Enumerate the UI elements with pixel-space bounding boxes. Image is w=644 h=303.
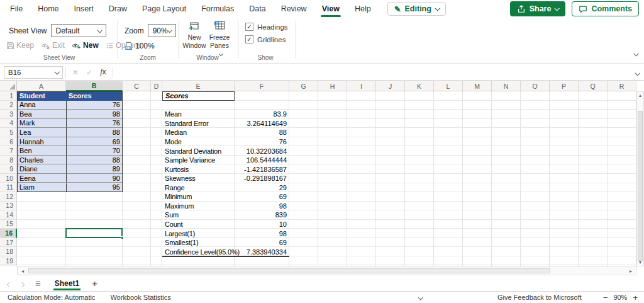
freeze-panes-button[interactable]: Freeze Panes [208, 20, 231, 58]
ribbon-tab-draw[interactable]: Draw [101, 0, 135, 18]
row-header-16[interactable]: 16 [0, 229, 17, 238]
cell-a8-student-name[interactable]: Charles [17, 156, 66, 165]
stats-value-largest-1-[interactable]: 98 [235, 229, 289, 238]
column-header-r[interactable]: R [608, 81, 636, 91]
expand-formula-bar-button[interactable] [635, 67, 639, 78]
ribbon-tab-review[interactable]: Review [274, 0, 314, 18]
scroll-down-arrow[interactable]: ▼ [637, 260, 643, 265]
stats-value-mean[interactable]: 83.9 [235, 110, 289, 119]
row-header-19[interactable]: 19 [0, 256, 17, 266]
cell-b3-score[interactable]: 98 [66, 110, 123, 119]
stats-value-standard-error[interactable]: 3.264114649 [235, 119, 289, 129]
keep-sheet-view-button[interactable]: Keep [6, 41, 34, 50]
stats-value-maximum[interactable]: 98 [235, 202, 289, 211]
stats-label-maximum[interactable]: Maximum [162, 202, 235, 211]
zoom-in-button[interactable]: + [633, 293, 638, 302]
column-header-p[interactable]: P [550, 81, 579, 91]
exit-sheet-view-button[interactable]: Exit [41, 41, 65, 50]
cell-b2-score[interactable]: 76 [66, 101, 123, 110]
row-header-4[interactable]: 4 [0, 119, 17, 129]
row-header-15[interactable]: 15 [0, 220, 17, 229]
stats-value-minimum[interactable]: 69 [235, 192, 289, 202]
select-all-corner[interactable] [0, 81, 17, 91]
row-header-3[interactable]: 3 [0, 110, 17, 119]
give-feedback-link[interactable]: Give Feedback to Microsoft [497, 294, 582, 301]
column-header-g[interactable]: G [289, 81, 318, 91]
stats-label-kurtosis[interactable]: Kurtosis [162, 164, 235, 174]
row-header-13[interactable]: 13 [0, 202, 17, 211]
add-sheet-button[interactable]: + [92, 278, 97, 289]
sheet-tab-sheet1[interactable]: Sheet1 [53, 277, 80, 290]
stats-value-range[interactable]: 29 [235, 183, 289, 193]
cell-b11-score[interactable]: 95 [66, 183, 123, 193]
zoom-dropdown[interactable]: 90% [148, 24, 176, 37]
stats-label-confidence-level-95-0-[interactable]: Confidence Level(95.0%) [162, 247, 235, 256]
horizontal-scrollbar[interactable]: ◄ ► [17, 266, 636, 275]
column-header-i[interactable]: I [347, 81, 376, 91]
cell-a3-student-name[interactable]: Bea [17, 110, 66, 119]
row-header-11[interactable]: 11 [0, 183, 17, 193]
zoom-100-button[interactable]: 100% [125, 42, 155, 50]
stats-value-mode[interactable]: 76 [235, 137, 289, 147]
stats-value-median[interactable]: 88 [235, 128, 289, 137]
stats-value-standard-deviation[interactable]: 10.32203684 [235, 146, 289, 156]
table-header-student[interactable]: Student [17, 91, 66, 101]
column-header-a[interactable]: A [17, 81, 66, 91]
row-header-17[interactable]: 17 [0, 238, 17, 248]
editing-mode-dropdown[interactable]: ✎ Editing [387, 2, 446, 16]
headings-checkbox[interactable]: ✓ [245, 23, 253, 31]
ribbon-tab-data[interactable]: Data [242, 0, 273, 18]
cell-a10-student-name[interactable]: Eena [17, 174, 66, 183]
cell-a5-student-name[interactable]: Lea [17, 128, 66, 137]
column-header-e[interactable]: E [162, 81, 235, 91]
stats-title-cell[interactable]: Scores [162, 91, 235, 101]
stats-label-median[interactable]: Median [162, 128, 235, 137]
next-sheet-button[interactable] [20, 278, 24, 289]
fill-handle[interactable] [121, 236, 124, 239]
headings-checkbox-row[interactable]: ✓ Headings [245, 23, 288, 31]
row-header-6[interactable]: 6 [0, 137, 17, 147]
collapse-ribbon-button[interactable] [634, 49, 638, 58]
vertical-scrollbar[interactable]: ▲ ▼ [636, 91, 644, 266]
cell-a4-student-name[interactable]: Mark [17, 119, 66, 129]
prev-sheet-button[interactable] [8, 278, 11, 289]
formula-input[interactable] [116, 64, 635, 80]
ribbon-tab-insert[interactable]: Insert [67, 0, 101, 18]
stats-label-mean[interactable]: Mean [162, 110, 235, 119]
cancel-button[interactable]: ✕ [69, 68, 82, 77]
row-header-18[interactable]: 18 [0, 247, 17, 256]
ribbon-tab-view[interactable]: View [314, 0, 347, 18]
status-options-chevron[interactable] [418, 294, 422, 301]
stats-label-sum[interactable]: Sum [162, 210, 235, 220]
scroll-right-arrow[interactable]: ► [627, 268, 635, 275]
workbook-statistics-button[interactable]: Workbook Statistics [110, 294, 170, 301]
zoom-out-button[interactable]: − [603, 293, 608, 302]
stats-value-kurtosis[interactable]: -1.421836587 [235, 164, 289, 174]
ribbon-tab-page-layout[interactable]: Page Layout [135, 0, 194, 18]
column-header-q[interactable]: Q [579, 81, 608, 91]
row-header-7[interactable]: 7 [0, 146, 17, 156]
column-header-h[interactable]: H [318, 81, 347, 91]
scroll-up-arrow[interactable]: ▲ [637, 93, 643, 98]
sheet-view-dropdown[interactable]: Default [51, 24, 106, 37]
cell-b6-score[interactable]: 69 [66, 137, 123, 147]
row-header-10[interactable]: 10 [0, 174, 17, 183]
new-sheet-view-button[interactable]: New [72, 41, 99, 50]
column-header-f[interactable]: F [235, 81, 289, 91]
cell-a9-student-name[interactable]: Diane [17, 164, 66, 174]
column-header-c[interactable]: C [123, 81, 151, 91]
row-header-20[interactable]: 20 [0, 265, 17, 266]
row-header-2[interactable]: 2 [0, 101, 17, 110]
insert-function-button[interactable]: fx [96, 67, 110, 77]
stats-value-smallest-1-[interactable]: 69 [235, 238, 289, 248]
row-header-14[interactable]: 14 [0, 210, 17, 220]
enter-button[interactable]: ✓ [82, 68, 96, 77]
share-button[interactable]: Share [510, 1, 566, 16]
stats-value-skewness[interactable]: -0.291898167 [235, 174, 289, 183]
comments-button[interactable]: Comments [572, 1, 639, 16]
cell-a2-student-name[interactable]: Anna [17, 101, 66, 110]
column-header-n[interactable]: N [492, 81, 521, 91]
stats-label-count[interactable]: Count [162, 220, 235, 229]
ribbon-tab-home[interactable]: Home [30, 0, 66, 18]
cell-b8-score[interactable]: 88 [66, 156, 123, 165]
